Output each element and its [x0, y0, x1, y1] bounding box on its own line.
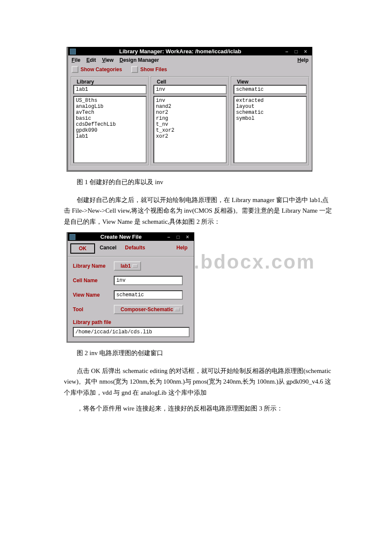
cell-input[interactable]: inv	[153, 85, 227, 94]
list-item[interactable]: nor2	[156, 110, 225, 116]
list-item[interactable]: t_xor2	[156, 127, 225, 133]
cell-list[interactable]: invnand2nor2ringt_nvt_xor2xor2	[153, 96, 227, 163]
defaults-button[interactable]: Defaults	[121, 243, 149, 254]
close-button[interactable]: ×	[303, 49, 308, 55]
list-item[interactable]: analogLib	[75, 104, 144, 110]
create-new-file-dialog: Create New File – □ × OK Cancel Defaults…	[66, 232, 194, 343]
dialog-title: Create New File	[78, 234, 164, 240]
menu-help[interactable]: Help	[297, 57, 308, 63]
tool-dropdown[interactable]: Composer-Schematic	[114, 305, 183, 314]
list-item[interactable]: ring	[156, 116, 225, 121]
library-path-file-input[interactable]: /home/iccad/iclab/cds.lib	[73, 327, 190, 337]
toggle-show-files[interactable]: Show Files	[131, 66, 167, 73]
toggle-show-categories[interactable]: Show Categories	[72, 66, 122, 73]
library-column-header: Library	[75, 79, 96, 85]
paragraph-2: 点击 OK 后弹出 schematic editing 的对话框，就可以开始绘制…	[64, 366, 332, 399]
cell-name-input[interactable]: inv	[114, 276, 183, 285]
list-item[interactable]: lab1	[75, 133, 144, 139]
library-name-dropdown[interactable]: lab1	[114, 261, 141, 271]
list-item[interactable]: inv	[156, 98, 225, 104]
library-manager-window: Library Manager: WorkArea: /home/iccad/i…	[66, 47, 312, 172]
menu-design-manager[interactable]: Design Manager	[120, 57, 159, 63]
app-icon	[70, 49, 76, 55]
menu-view[interactable]: View	[102, 57, 113, 63]
list-item[interactable]: cdsDefTechLib	[75, 121, 144, 127]
dialog-titlebar: Create New File – □ ×	[68, 233, 194, 241]
library-name-label: Library Name	[73, 263, 114, 269]
list-item[interactable]: nand2	[156, 104, 225, 110]
maximize-button[interactable]: □	[175, 234, 181, 240]
cancel-button[interactable]: Cancel	[95, 243, 121, 254]
list-item[interactable]: US_8ths	[75, 98, 144, 104]
checkbox-icon	[131, 66, 138, 73]
library-input[interactable]: lab1	[73, 85, 147, 94]
menu-edit[interactable]: Edit	[86, 57, 96, 63]
minimize-button[interactable]: –	[166, 234, 172, 240]
list-item[interactable]: symbol	[236, 116, 305, 121]
minimize-button[interactable]: –	[284, 49, 290, 55]
window-title: Library Manager: WorkArea: /home/iccad/i…	[78, 48, 282, 55]
list-item[interactable]: layout	[236, 104, 305, 110]
view-name-label: View Name	[73, 292, 114, 298]
view-input[interactable]: schematic	[233, 85, 307, 94]
maximize-button[interactable]: □	[293, 49, 299, 55]
list-item[interactable]: gpdk090	[75, 127, 144, 133]
tool-label: Tool	[73, 306, 114, 312]
list-item[interactable]: xor2	[156, 133, 225, 139]
view-list[interactable]: extractedlayoutschematicsymbol	[233, 96, 307, 163]
titlebar: Library Manager: WorkArea: /home/iccad/i…	[68, 47, 312, 55]
library-list[interactable]: US_8thsanalogLibavTechbasiccdsDefTechLib…	[73, 96, 147, 163]
cell-column-header: Cell	[155, 79, 168, 85]
list-item[interactable]: t_nv	[156, 121, 225, 127]
view-column-header: View	[235, 79, 250, 85]
checkbox-icon	[72, 66, 78, 73]
cell-name-label: Cell Name	[73, 278, 114, 283]
list-item[interactable]: extracted	[236, 98, 305, 104]
view-name-input[interactable]: schematic	[114, 290, 183, 300]
paragraph-1: 创建好自己的库之后，就可以开始绘制电路原理图，在 Library manager…	[64, 195, 332, 228]
list-item[interactable]: avTech	[75, 110, 144, 116]
help-button[interactable]: Help	[172, 243, 192, 254]
menu-file[interactable]: File	[72, 57, 81, 63]
figure-2-caption: 图 2 inv 电路原理图的创建窗口	[64, 348, 332, 359]
chevron-down-icon	[133, 264, 138, 268]
menubar: File Edit View Design Manager Help	[68, 55, 312, 64]
app-icon	[69, 234, 75, 240]
close-button[interactable]: ×	[184, 234, 190, 240]
figure-1-caption: 图 1 创建好的自已的库以及 inv	[64, 177, 332, 188]
list-item[interactable]: schematic	[236, 110, 305, 116]
ok-button[interactable]: OK	[70, 243, 95, 254]
paragraph-3: ，将各个原件用 wire 连接起来，连接好的反相器电路原理图如图 3 所示：	[64, 403, 332, 414]
chevron-down-icon	[175, 308, 180, 311]
list-item[interactable]: basic	[75, 116, 144, 121]
library-path-file-label: Library path file	[73, 319, 190, 325]
